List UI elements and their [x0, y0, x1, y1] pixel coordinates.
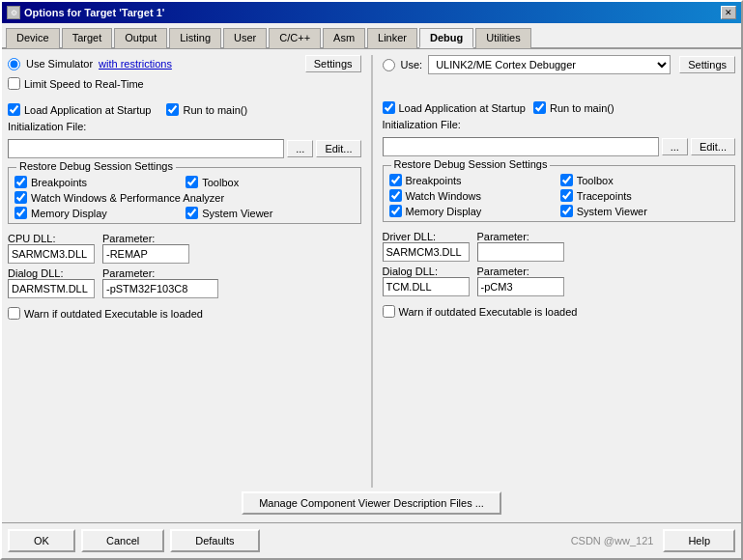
left-dialog-param-input[interactable] — [102, 279, 218, 298]
left-edit-btn[interactable]: Edit... — [316, 140, 360, 157]
simulator-radio[interactable] — [8, 58, 20, 70]
left-dialog-dll-input[interactable] — [8, 279, 95, 298]
right-dialog-inputs — [383, 277, 736, 296]
tab-output[interactable]: Output — [114, 28, 167, 48]
right-init-file-input[interactable] — [383, 137, 659, 156]
left-run-to-main-checkbox[interactable] — [166, 103, 179, 116]
right-dll-labels: Driver DLL: Parameter: — [383, 231, 736, 242]
right-restore-content: Breakpoints Toolbox Watch Windows T — [389, 174, 729, 217]
tab-listing[interactable]: Listing — [169, 28, 221, 48]
right-watch-label: Watch Windows — [406, 190, 481, 202]
right-toolbox-checkbox[interactable] — [560, 174, 573, 186]
right-warn-checkbox[interactable] — [383, 305, 395, 318]
left-load-app-checkbox[interactable] — [8, 103, 20, 116]
left-browse-btn[interactable]: ... — [287, 140, 313, 157]
left-load-app-label: Load Application at Startup — [24, 104, 151, 116]
right-dialog-dll-label: Dialog DLL: — [383, 266, 470, 277]
two-column-layout: Use Simulator with restrictions Settings… — [8, 55, 735, 488]
close-button[interactable]: ✕ — [721, 6, 736, 19]
tab-cpp[interactable]: C/C++ — [269, 28, 321, 48]
right-breakpoints-label: Breakpoints — [406, 175, 462, 186]
right-run-to-main-checkbox[interactable] — [533, 101, 546, 114]
window-title: Options for Target 'Target 1' — [24, 7, 164, 18]
right-dialog-dll-input[interactable] — [383, 277, 470, 296]
right-dll-inputs — [383, 242, 736, 262]
restrictions-link[interactable]: with restrictions — [99, 58, 172, 70]
left-warn-label: Warn if outdated Executable is loaded — [24, 308, 203, 320]
right-tracepoints-row: Tracepoints — [560, 189, 729, 202]
left-watch-label: Watch Windows & Performance Analyzer — [31, 192, 224, 204]
right-memory-label: Memory Display — [406, 206, 482, 217]
right-memory-row: Memory Display — [389, 205, 557, 217]
title-bar: ⚙ Options for Target 'Target 1' ✕ — [2, 2, 741, 23]
tab-target[interactable]: Target — [62, 28, 113, 48]
tab-utilities[interactable]: Utilities — [475, 28, 530, 48]
left-dialog-inputs — [8, 279, 361, 298]
right-sysviewer-checkbox[interactable] — [560, 205, 573, 217]
bottom-buttons: OK Cancel Defaults CSDN @ww_121 Help — [2, 522, 741, 558]
defaults-button[interactable]: Defaults — [170, 529, 259, 552]
left-dll-section: CPU DLL: Parameter: Dialog DLL: Paramete… — [8, 233, 361, 298]
use-debugger-radio[interactable] — [383, 59, 395, 71]
left-memory-checkbox[interactable] — [14, 207, 27, 219]
right-warn-label: Warn if outdated Executable is loaded — [399, 306, 578, 318]
cancel-button[interactable]: Cancel — [81, 529, 164, 552]
left-init-file-label: Initialization File: — [8, 121, 361, 132]
right-load-app-checkbox[interactable] — [383, 101, 395, 114]
left-run-to-main-label: Run to main() — [183, 104, 247, 116]
right-restore-group-title: Restore Debug Session Settings — [391, 158, 551, 170]
left-warn-checkbox[interactable] — [8, 307, 20, 320]
debugger-dropdown[interactable]: ULINK2/ME Cortex Debugger — [428, 55, 671, 74]
right-dll-section: Driver DLL: Parameter: Dialog DLL: Param… — [383, 231, 736, 296]
left-dialog-labels: Dialog DLL: Parameter: — [8, 267, 361, 279]
use-debugger-row: Use: ULINK2/ME Cortex Debugger Settings — [383, 55, 736, 74]
left-dll-labels: CPU DLL: Parameter: — [8, 233, 361, 244]
right-restore-group: Restore Debug Session Settings Breakpoin… — [383, 165, 736, 222]
left-toolbox-checkbox[interactable] — [186, 176, 198, 188]
left-init-file-row: ... Edit... — [8, 139, 361, 158]
right-watch-checkbox[interactable] — [389, 189, 402, 202]
limit-speed-label: Limit Speed to Real-Time — [24, 78, 144, 90]
manage-component-btn[interactable]: Manage Component Viewer Description File… — [242, 491, 501, 515]
left-memory-row: Memory Display — [14, 207, 183, 219]
left-breakpoints-checkbox[interactable] — [14, 176, 27, 188]
right-sysviewer-row: System Viewer — [560, 205, 729, 217]
left-breakpoints-label: Breakpoints — [31, 177, 87, 188]
left-watch-row: Watch Windows & Performance Analyzer — [14, 191, 355, 204]
left-run-to-main-row: Run to main() — [166, 103, 247, 116]
left-cpu-param-input[interactable] — [102, 244, 189, 264]
right-load-app-row: Load Application at Startup — [383, 101, 526, 114]
right-run-to-main-label: Run to main() — [550, 102, 614, 114]
tab-device[interactable]: Device — [6, 28, 60, 48]
right-breakpoints-checkbox[interactable] — [389, 174, 402, 186]
left-init-file-input[interactable] — [8, 139, 284, 158]
right-memory-checkbox[interactable] — [389, 205, 402, 217]
left-sysviewer-checkbox[interactable] — [186, 207, 198, 219]
right-driver-param-label: Parameter: — [477, 231, 529, 242]
tab-debug[interactable]: Debug — [419, 28, 473, 48]
tab-linker[interactable]: Linker — [367, 28, 417, 48]
right-tracepoints-label: Tracepoints — [577, 190, 632, 202]
right-watch-row: Watch Windows — [389, 189, 557, 202]
ok-button[interactable]: OK — [8, 529, 75, 552]
simulator-row: Use Simulator with restrictions Settings — [8, 55, 361, 72]
right-dialog-param-input[interactable] — [477, 277, 564, 296]
right-driver-dll-input[interactable] — [383, 242, 470, 262]
tab-asm[interactable]: Asm — [323, 28, 365, 48]
left-toolbox-row: Toolbox — [186, 176, 354, 188]
left-watch-checkbox[interactable] — [14, 191, 27, 204]
right-browse-btn[interactable]: ... — [662, 138, 688, 155]
help-button[interactable]: Help — [663, 529, 735, 552]
left-cpu-dll-label: CPU DLL: — [8, 233, 95, 244]
manage-btn-row: Manage Component Viewer Description File… — [8, 491, 735, 515]
tab-user[interactable]: User — [223, 28, 267, 48]
right-driver-param-input[interactable] — [477, 242, 564, 262]
right-settings-btn[interactable]: Settings — [679, 56, 735, 73]
right-tracepoints-checkbox[interactable] — [560, 189, 573, 202]
right-edit-btn[interactable]: Edit... — [691, 138, 735, 155]
limit-speed-checkbox[interactable] — [8, 77, 20, 90]
left-cpu-dll-input[interactable] — [8, 244, 95, 264]
right-toolbox-row: Toolbox — [560, 174, 729, 186]
left-sysviewer-label: System Viewer — [202, 208, 272, 219]
simulator-settings-btn[interactable]: Settings — [305, 55, 361, 72]
